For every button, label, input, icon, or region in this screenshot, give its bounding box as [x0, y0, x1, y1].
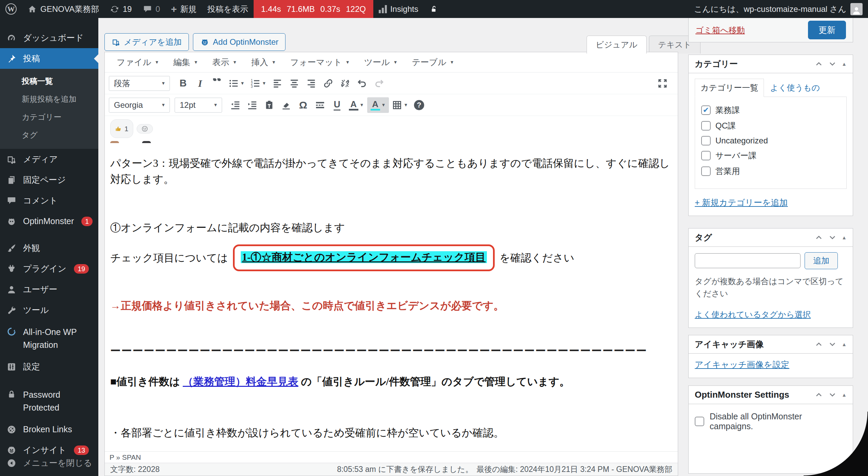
move-down-icon[interactable]	[828, 233, 837, 242]
move-up-icon[interactable]	[814, 391, 823, 399]
paste-as-text-button[interactable]	[261, 97, 278, 113]
redo-button[interactable]	[371, 76, 388, 91]
collapse-menu-button[interactable]: メニューを閉じる	[0, 453, 98, 473]
tags-panel-header[interactable]: タグ ▲	[689, 229, 853, 247]
insert-link-button[interactable]	[320, 76, 337, 91]
submenu-item-all-posts[interactable]: 投稿一覧	[0, 72, 98, 90]
checkbox[interactable]	[695, 417, 704, 426]
font-size-select[interactable]: 12pt▼	[175, 98, 222, 113]
menu-edit[interactable]: 編集▼	[166, 57, 205, 68]
outdent-button[interactable]	[227, 97, 244, 113]
unlock-menu[interactable]	[424, 0, 443, 18]
menu-format[interactable]: フォーマット▼	[283, 57, 357, 68]
indent-button[interactable]	[244, 97, 261, 113]
query-monitor-badge[interactable]: 1.44s 71.6MB 0.37s 122Q	[254, 0, 373, 18]
sidebar-item-broken-links[interactable]: Broken Links	[0, 419, 98, 440]
admin-bar-account[interactable]: こんにちは、wp-customaize-manual さん	[694, 0, 868, 18]
italic-button[interactable]: I	[192, 76, 209, 91]
submenu-item-categories[interactable]: カテゴリー	[0, 108, 98, 126]
add-optinmonster-button[interactable]: Add OptinMonster	[193, 33, 285, 51]
sidebar-item-media[interactable]: メディア	[0, 149, 98, 170]
toggle-panel-icon[interactable]: ▲	[842, 392, 847, 398]
site-name-menu[interactable]: GENOVA業務部	[22, 0, 104, 18]
sidebar-item-users[interactable]: ユーザー	[0, 279, 98, 300]
sidebar-item-optinmonster[interactable]: OptinMonster 1	[0, 211, 98, 232]
move-up-icon[interactable]	[814, 233, 823, 242]
align-left-button[interactable]	[269, 76, 286, 91]
undo-button[interactable]	[354, 76, 371, 91]
move-up-icon[interactable]	[814, 340, 823, 349]
element-path[interactable]: P » SPAN	[110, 453, 141, 461]
menu-tools[interactable]: ツール▼	[357, 57, 405, 68]
sidebar-item-posts[interactable]: 投稿	[0, 48, 98, 69]
menu-view[interactable]: 表示▼	[205, 57, 244, 68]
toggle-panel-icon[interactable]: ▲	[842, 61, 847, 67]
category-option[interactable]: 業務課	[696, 102, 845, 118]
numbered-list-button[interactable]: 123 ▼	[247, 76, 269, 91]
updates-menu[interactable]: 19	[104, 0, 137, 18]
insights-menu[interactable]: Insights	[373, 0, 424, 18]
sidebar-item-pages[interactable]: 固定ページ	[0, 170, 98, 190]
category-option[interactable]: サーバー課	[696, 148, 845, 163]
checkbox[interactable]	[701, 166, 711, 176]
editor-content[interactable]: 1	[105, 116, 678, 451]
underline-button[interactable]: U	[329, 97, 346, 113]
new-content-menu[interactable]: + 新規	[165, 0, 202, 18]
set-featured-image-link[interactable]: アイキャッチ画像を設定	[695, 360, 789, 369]
menu-file[interactable]: ファイル▼	[110, 57, 166, 68]
checkbox-checked[interactable]	[701, 105, 711, 115]
align-center-button[interactable]	[286, 76, 303, 91]
sidebar-item-tools[interactable]: ツール	[0, 300, 98, 320]
menu-table[interactable]: テーブル▼	[405, 57, 461, 68]
sidebar-item-plugins[interactable]: プラグイン 19	[0, 258, 98, 279]
move-up-icon[interactable]	[814, 60, 823, 68]
bold-button[interactable]: B	[175, 76, 192, 91]
text-color-button[interactable]: A ▼	[346, 97, 367, 113]
wordpress-menu[interactable]: W	[0, 0, 22, 18]
sidebar-item-dashboard[interactable]: ダッシュボード	[0, 27, 98, 48]
add-media-button[interactable]: メディアを追加	[104, 33, 189, 51]
category-option[interactable]: Uncategorized	[696, 134, 845, 148]
tab-visual[interactable]: ビジュアル	[587, 36, 647, 54]
sidebar-item-comments[interactable]: コメント	[0, 190, 98, 211]
pricing-sheet-link[interactable]: （業務管理）料金早見表	[183, 376, 298, 388]
fullscreen-button[interactable]	[654, 76, 671, 91]
move-down-icon[interactable]	[828, 340, 837, 349]
checkbox[interactable]	[701, 121, 711, 131]
remove-link-button[interactable]	[337, 76, 354, 91]
sidebar-item-appearance[interactable]: 外観	[0, 238, 98, 258]
category-option[interactable]: QC課	[696, 118, 845, 134]
tab-most-used[interactable]: よく使うもの	[764, 79, 826, 97]
special-character-button[interactable]: Ω	[295, 97, 312, 113]
submenu-item-add-new[interactable]: 新規投稿を追加	[0, 90, 98, 108]
clear-formatting-button[interactable]	[278, 97, 295, 113]
comments-menu[interactable]: 0	[137, 0, 165, 18]
help-button[interactable]: ?	[411, 97, 428, 113]
menu-insert[interactable]: 挿入▼	[244, 57, 283, 68]
font-family-select[interactable]: Georgia▼	[109, 98, 170, 113]
choose-from-tags-link[interactable]: よく使われているタグから選択	[695, 309, 811, 320]
move-to-trash-link[interactable]: ゴミ箱へ移動	[695, 25, 745, 36]
add-tag-button[interactable]: 追加	[805, 252, 838, 269]
checkbox[interactable]	[701, 151, 711, 160]
categories-panel-header[interactable]: カテゴリー ▲	[689, 55, 853, 73]
new-tag-input[interactable]	[695, 253, 801, 268]
sidebar-item-aiowm[interactable]: All-in-One WP Migration	[0, 320, 98, 356]
bullet-list-button[interactable]: ▼	[225, 76, 247, 91]
add-new-category-link[interactable]: + 新規カテゴリーを追加	[695, 197, 788, 208]
optinmonster-panel-header[interactable]: OptinMonster Settings ▲	[689, 386, 853, 404]
move-down-icon[interactable]	[828, 391, 837, 399]
tab-all-categories[interactable]: カテゴリー一覧	[695, 79, 764, 97]
move-down-icon[interactable]	[828, 60, 837, 68]
view-post-menu[interactable]: 投稿を表示	[202, 0, 254, 18]
highlighted-link[interactable]: 1-①☆商材ごとのオンラインフォームチェック項目	[241, 251, 487, 263]
submenu-item-tags[interactable]: タグ	[0, 126, 98, 144]
featured-image-panel-header[interactable]: アイキャッチ画像 ▲	[689, 335, 853, 354]
blockquote-button[interactable]: “	[209, 76, 225, 91]
read-more-button[interactable]	[312, 97, 329, 113]
checkbox[interactable]	[701, 136, 711, 145]
sidebar-item-password-protected[interactable]: Password Protected	[0, 383, 98, 419]
table-button[interactable]: ▼	[389, 97, 411, 113]
align-right-button[interactable]	[303, 76, 320, 91]
toggle-panel-icon[interactable]: ▲	[842, 341, 847, 347]
